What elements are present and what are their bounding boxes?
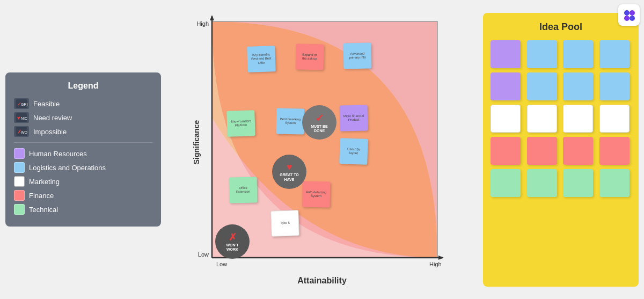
idea-note-19[interactable] — [563, 169, 593, 197]
legend-marketing: Marketing — [14, 176, 152, 187]
logistics-color — [14, 162, 25, 173]
idea-note-16[interactable] — [599, 137, 630, 165]
idea-note-4[interactable] — [599, 40, 630, 68]
great-to-have-circle: ♥ GREAT TOHAVE — [272, 155, 306, 189]
idea-note-2[interactable] — [527, 40, 557, 68]
svg-text:WONT: WONT — [21, 130, 27, 134]
marketing-label: Marketing — [29, 178, 60, 186]
idea-note-5[interactable] — [491, 72, 521, 100]
sticky-note-10[interactable]: Take It — [270, 210, 299, 237]
legend-divider — [14, 142, 152, 143]
must-be-done-circle: ✓ MUST BEDONE — [302, 105, 336, 140]
marketing-color — [14, 176, 25, 187]
legend-hr: Human Resources — [14, 148, 152, 159]
legend-panel: Legend ✓ GREAT Feasible ♥ NICE Need revi… — [5, 72, 161, 227]
idea-pool-panel: Idea Pool — [483, 13, 639, 287]
svg-point-20 — [624, 16, 630, 21]
idea-note-3[interactable] — [563, 40, 593, 68]
svg-text:Low: Low — [198, 251, 209, 258]
need-review-label: Need review — [33, 114, 72, 122]
legend-title: Legend — [14, 81, 152, 91]
x-axis-label: Attainability — [297, 276, 347, 286]
legend-feasible: ✓ GREAT Feasible — [14, 98, 152, 109]
app-logo — [621, 8, 636, 23]
sticky-note-6[interactable]: Micro financialProduct — [340, 105, 368, 132]
sticky-note-8[interactable]: OfficeExtension — [229, 177, 258, 203]
legend-impossible: ✗ WONT Impossible — [14, 126, 152, 137]
svg-text:Low: Low — [216, 261, 227, 267]
legend-need-review: ♥ NICE Need review — [14, 112, 152, 123]
idea-pool-title: Idea Pool — [491, 21, 631, 33]
idea-note-11[interactable] — [563, 105, 593, 133]
idea-note-14[interactable] — [527, 137, 557, 165]
sticky-note-3[interactable]: Advancedprimary info — [343, 43, 372, 69]
impossible-label: Impossible — [33, 128, 67, 136]
idea-note-20[interactable] — [599, 169, 630, 197]
idea-note-17[interactable] — [491, 169, 521, 197]
idea-note-10[interactable] — [527, 105, 557, 133]
finance-label: Finance — [29, 192, 54, 200]
idea-note-1[interactable] — [491, 40, 521, 68]
chart-container: Significance High — [166, 5, 478, 294]
svg-point-19 — [630, 10, 635, 16]
idea-note-9[interactable] — [491, 105, 521, 133]
hr-label: Human Resources — [29, 150, 87, 158]
legend-finance: Finance — [14, 190, 152, 201]
svg-text:High: High — [429, 261, 442, 267]
sticky-note-7[interactable]: User 15slayout — [339, 138, 368, 165]
logo-container — [618, 4, 640, 26]
technical-color — [14, 204, 25, 215]
technical-label: Technical — [29, 206, 58, 214]
sticky-note-2[interactable]: Expand orthe ask up — [296, 44, 324, 70]
svg-text:♥: ♥ — [17, 115, 20, 121]
need-review-icon: ♥ NICE — [14, 112, 29, 123]
logistics-label: Logistics and Operations — [29, 164, 106, 172]
chart-wrapper: Significance High — [191, 11, 453, 274]
hr-color — [14, 148, 25, 159]
svg-point-18 — [624, 10, 630, 16]
feasible-icon: ✓ GREAT — [14, 98, 29, 109]
sticky-note-1[interactable]: Key benefitsBest and BestOffer — [247, 46, 276, 72]
sticky-note-9[interactable]: Auto detectingSystem — [302, 181, 331, 208]
idea-note-6[interactable] — [527, 72, 557, 100]
svg-text:NICE: NICE — [21, 116, 27, 120]
svg-text:GREAT: GREAT — [21, 103, 27, 106]
finance-color — [14, 190, 25, 201]
svg-marker-13 — [438, 256, 444, 260]
idea-note-7[interactable] — [563, 72, 593, 100]
sticky-note-4[interactable]: Show LeadersPlatform — [226, 110, 255, 137]
idea-pool-grid — [491, 40, 631, 197]
wont-work-circle: ✗ WON'TWORK — [215, 224, 250, 259]
legend-technical: Technical — [14, 204, 152, 215]
legend-logistics: Logistics and Operations — [14, 162, 152, 173]
sticky-note-5[interactable]: BenchmarkingSystem — [276, 108, 305, 135]
svg-point-21 — [630, 16, 635, 21]
svg-marker-11 — [210, 15, 214, 20]
chart-inner: High Low Low High Key benefitsBest and B… — [191, 11, 453, 274]
feasible-label: Feasible — [33, 100, 60, 108]
idea-note-18[interactable] — [527, 169, 557, 197]
idea-note-15[interactable] — [563, 137, 593, 165]
idea-note-12[interactable] — [599, 105, 630, 133]
svg-text:High: High — [196, 20, 209, 27]
idea-note-13[interactable] — [491, 137, 521, 165]
impossible-icon: ✗ WONT — [14, 126, 29, 137]
idea-note-8[interactable] — [599, 72, 630, 100]
